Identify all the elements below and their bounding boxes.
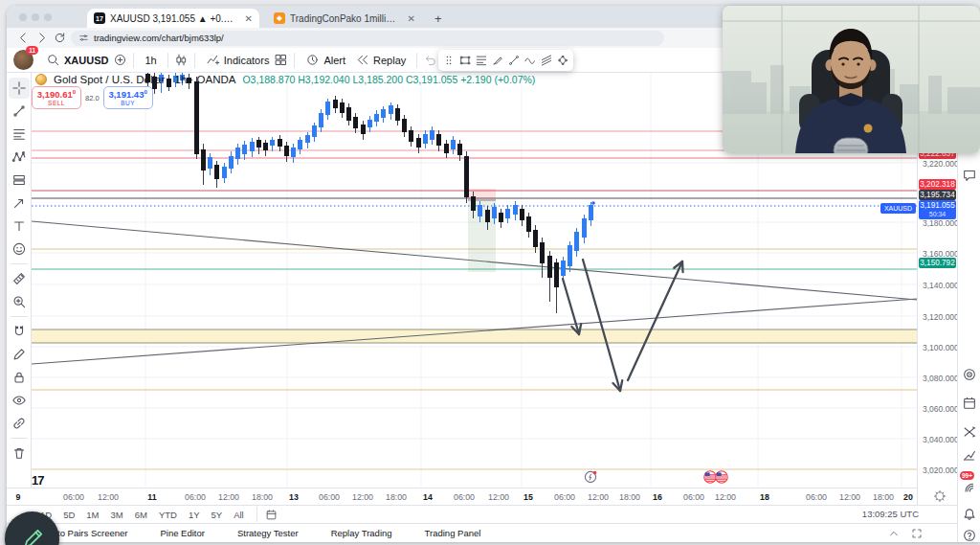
trendline-tool[interactable] <box>9 101 30 122</box>
diamond-icon[interactable] <box>556 54 569 67</box>
compare-symbol-icon[interactable] <box>113 53 127 67</box>
panel-tab-replay-trading[interactable]: Replay Trading <box>331 528 392 538</box>
crosshair-tool[interactable] <box>9 78 30 99</box>
clock-utc[interactable]: 13:09:25 UTC <box>862 509 919 519</box>
lock-tool[interactable] <box>9 367 30 388</box>
streams-icon[interactable] <box>962 479 977 494</box>
link-tool[interactable] <box>9 413 30 434</box>
window-close-button[interactable] <box>19 13 27 21</box>
time-axis-label: 06:00 <box>185 492 206 502</box>
undo-icon[interactable] <box>423 53 437 67</box>
range-1y-button[interactable]: 1Y <box>184 509 205 521</box>
buy-button[interactable]: 3,191.430 BUY <box>103 86 153 109</box>
window-minimize-button[interactable] <box>32 13 39 21</box>
ruler-tool[interactable] <box>9 268 30 289</box>
trendline-icon[interactable] <box>507 54 521 67</box>
data-window-icon[interactable] <box>962 448 977 464</box>
range-5d-button[interactable]: 5D <box>58 509 79 521</box>
time-axis-label: 12:00 <box>98 492 119 502</box>
axis-settings-icon[interactable] <box>933 489 947 503</box>
chat-icon[interactable] <box>962 168 977 183</box>
symbol-search-button[interactable]: XAUUSD <box>41 53 113 67</box>
fib-tool[interactable] <box>9 124 30 145</box>
tab-xauusd[interactable]: 17 XAUUSD 3,191.055 ▲ +0.42… ✕ <box>87 9 259 28</box>
window-zoom-button[interactable] <box>44 13 52 21</box>
forward-icon[interactable] <box>34 31 49 45</box>
interval-button[interactable]: 1h <box>140 55 161 66</box>
indicators-button[interactable]: Indicators <box>201 53 275 67</box>
new-tab-button[interactable]: + <box>428 9 447 28</box>
range-1m-button[interactable]: 1M <box>81 509 103 521</box>
emoji-tool[interactable] <box>9 238 30 260</box>
symbol-price-tag: XAUUSD <box>880 203 916 214</box>
close-tab-icon[interactable]: ✕ <box>245 13 253 24</box>
range-5y-button[interactable]: 5Y <box>207 509 228 521</box>
alerts-count-badge: 99+ <box>960 471 974 480</box>
price-grid-label: 3,060.000 <box>923 404 959 414</box>
range-6m-button[interactable]: 6M <box>130 509 152 521</box>
handle-icon[interactable] <box>442 54 456 67</box>
indicators-icon <box>206 53 220 67</box>
chart-legend[interactable]: Gold Spot / U.S. Dollar · 1h · OANDA O3,… <box>35 74 535 85</box>
tradingview-watermark: 17 <box>32 473 43 488</box>
help-icon[interactable] <box>962 528 977 543</box>
time-axis-label: 12:00 <box>588 492 609 502</box>
time-axis[interactable]: 906:0012:001106:0012:0018:001306:0012:00… <box>7 488 917 505</box>
range-all-button[interactable]: All <box>229 509 249 521</box>
time-axis-label: 14 <box>423 492 433 502</box>
favorite-drawings-toolbar <box>438 50 573 71</box>
divider <box>416 53 417 68</box>
ohlc-values: O3,188.870 H3,192.040 L3,185.200 C3,191.… <box>242 74 535 85</box>
notifications-bell-icon[interactable] <box>962 507 977 522</box>
panel-tab-trading-panel[interactable]: Trading Panel <box>425 528 481 538</box>
price-grid-label: 3,140.000 <box>923 281 959 290</box>
site-settings-icon[interactable] <box>78 33 89 43</box>
replay-button[interactable]: Replay <box>350 53 411 67</box>
session-flag-icon[interactable] <box>715 470 728 488</box>
fullscreen-icon[interactable] <box>911 528 923 539</box>
tab-tradingconpako[interactable]: ◈ TradingConPako 1million | My… ✕ <box>267 9 422 28</box>
close-icon[interactable]: ✕ <box>408 13 415 24</box>
bar-replay-clock-icon[interactable] <box>584 470 597 488</box>
hide-tool[interactable] <box>9 390 30 411</box>
range-ytd-button[interactable]: YTD <box>154 509 182 521</box>
expand-panel-icon[interactable] <box>888 528 900 539</box>
address-bar[interactable]: tradingview.com/chart/bjm633lp/ <box>71 31 664 46</box>
brush-icon[interactable] <box>491 54 504 67</box>
buy-sell-panel: 3,190.610 SELL 82.0 3,191.430 BUY <box>32 86 153 109</box>
calendar-icon[interactable] <box>962 396 977 411</box>
range-3m-button[interactable]: 3M <box>106 509 128 521</box>
time-axis-label: 16 <box>653 492 662 502</box>
object-tree-icon[interactable] <box>962 424 977 440</box>
reload-icon[interactable] <box>53 31 67 45</box>
divider <box>167 53 168 68</box>
price-grid-label: 3,220.000 <box>923 159 959 169</box>
magnet-tool[interactable] <box>9 321 30 342</box>
go-to-date-icon[interactable] <box>265 509 278 521</box>
recttool-icon[interactable] <box>458 54 472 67</box>
pattern-tool[interactable] <box>9 147 30 168</box>
wave-icon[interactable] <box>523 54 537 67</box>
panel-tab-strategy-tester[interactable]: Strategy Tester <box>237 528 299 538</box>
price-grid-label: 3,080.000 <box>923 374 959 383</box>
zoomin-tool[interactable] <box>9 291 30 312</box>
hotlist-icon[interactable] <box>962 367 977 382</box>
tradingview-favicon: 17 <box>94 12 105 24</box>
text-tool[interactable] <box>9 216 30 237</box>
draw-tool[interactable] <box>9 344 30 365</box>
position-tool[interactable] <box>9 170 30 191</box>
user-avatar[interactable]: 11 <box>13 50 33 70</box>
panel-tab-pine-editor[interactable]: Pine Editor <box>160 528 204 538</box>
alert-button[interactable]: Alert <box>301 53 350 67</box>
sell-button[interactable]: 3,190.610 SELL <box>32 86 81 109</box>
back-icon[interactable] <box>16 31 31 45</box>
remove-tool[interactable] <box>9 443 30 464</box>
arrowmark-tool[interactable] <box>9 193 30 214</box>
layout-templates-icon[interactable] <box>274 53 288 67</box>
chart-style-icon[interactable] <box>174 53 189 67</box>
webcam-video <box>723 6 980 153</box>
time-axis-label: 18:00 <box>873 492 894 502</box>
time-axis-label: 12:00 <box>715 492 736 502</box>
disjoint-icon[interactable] <box>540 54 553 67</box>
fib-icon[interactable] <box>475 54 488 67</box>
